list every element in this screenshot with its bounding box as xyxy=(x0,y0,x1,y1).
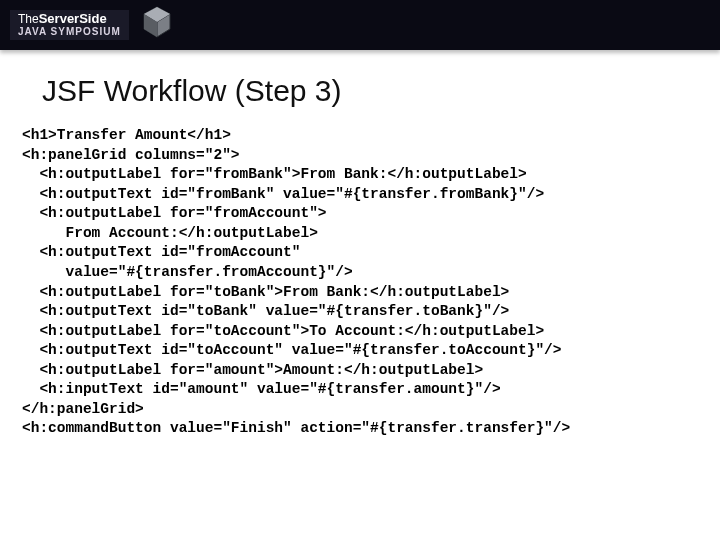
slide-header: TheServerSide JAVA SYMPOSIUM xyxy=(0,0,720,50)
brand-box: TheServerSide JAVA SYMPOSIUM xyxy=(10,10,129,40)
slide-title: JSF Workflow (Step 3) xyxy=(42,74,690,108)
brand-the: The xyxy=(18,12,39,26)
brand-serverside: ServerSide xyxy=(39,11,107,26)
brand-title: TheServerSide xyxy=(18,12,121,26)
code-block: <h1>Transfer Amount</h1> <h:panelGrid co… xyxy=(22,126,690,439)
slide-body: JSF Workflow (Step 3) <h1>Transfer Amoun… xyxy=(0,50,720,439)
cube-icon xyxy=(139,4,175,44)
brand-subtitle: JAVA SYMPOSIUM xyxy=(18,26,121,37)
